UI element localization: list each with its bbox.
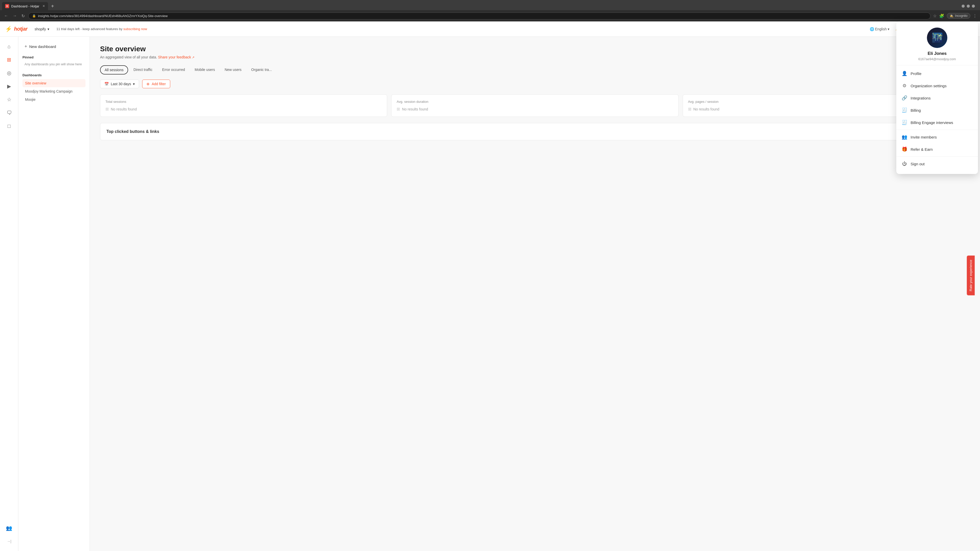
billing-engage-icon: 🧾 xyxy=(901,119,907,125)
tab-mobile-users[interactable]: Mobile users xyxy=(190,65,219,75)
reload-button[interactable]: ↻ xyxy=(21,13,26,19)
hotjar-logo: ⚡ hotjar xyxy=(5,26,27,32)
no-data-icon-3: ⊠ xyxy=(688,106,691,111)
logo-icon: ⚡ xyxy=(5,26,12,32)
stat-card-total-sessions: Total sessions ⊠ No results found xyxy=(100,94,387,117)
page-title: Site overview xyxy=(100,45,970,53)
url-text: insights.hotjar.com/sites/3814994/dashbo… xyxy=(38,14,168,18)
no-data-icon: ⊠ xyxy=(105,106,109,111)
stat-value-avg-duration: No results found xyxy=(402,107,428,111)
invite-icon: 👥 xyxy=(901,134,907,140)
language-selector[interactable]: 🌐 English ▾ xyxy=(868,26,892,32)
date-filter[interactable]: 📅 Last 30 days ▾ xyxy=(100,79,139,88)
dropdown-item-integrations[interactable]: 🔗 Integrations xyxy=(896,92,978,104)
forward-button[interactable]: → xyxy=(12,13,18,19)
calendar-icon: 📅 xyxy=(104,82,109,86)
subscribing-link[interactable]: subscribing now xyxy=(123,27,147,31)
new-dashboard-button[interactable]: + New dashboard xyxy=(22,42,86,51)
dashboards-section-title: Dashboards xyxy=(22,73,86,77)
sidebar: ⌂ ⊞ ◎ ▶ ☆ 🗨 □ 👥 →| xyxy=(0,37,18,551)
incognito-badge: 🕵 Incognito xyxy=(947,13,970,19)
filter-icon: ⊕ xyxy=(146,82,150,86)
tab-favicon: H xyxy=(5,4,9,8)
sidebar-item-dashboard[interactable]: ⊞ xyxy=(3,54,15,65)
sidebar-item-users[interactable]: 👥 xyxy=(3,522,15,534)
tab-close-button[interactable]: × xyxy=(43,4,45,8)
stat-label-total-sessions: Total sessions xyxy=(105,100,382,103)
profile-icon: 👤 xyxy=(901,70,907,76)
billing-icon: 🧾 xyxy=(901,107,907,113)
session-tabs: All sessions Direct traffic Error occurr… xyxy=(100,65,970,75)
window-maximize-button[interactable] xyxy=(967,5,970,8)
user-avatar-large: 🌃 xyxy=(927,27,947,48)
globe-icon: 🌐 xyxy=(870,27,874,31)
tab-error-occurred[interactable]: Error occurred xyxy=(158,65,189,75)
tab-direct-traffic[interactable]: Direct traffic xyxy=(129,65,157,75)
dropdown-item-billing[interactable]: 🧾 Billing xyxy=(896,104,978,116)
bookmark-icon[interactable]: ☆ xyxy=(933,14,937,18)
pinned-empty-message: Any dashboards you pin will show here xyxy=(22,61,86,67)
external-link-icon: ↗ xyxy=(192,56,194,59)
dropdown-header: 🌃 Eli Jones 6167ae94@moodjoy.com xyxy=(896,21,978,65)
dropdown-item-invite[interactable]: 👥 Invite members xyxy=(896,131,978,143)
site-selector[interactable]: shopify ▾ xyxy=(33,26,51,32)
extension-icon[interactable]: 🧩 xyxy=(939,14,944,18)
sidebar-item-heatmaps[interactable]: ◎ xyxy=(3,67,15,79)
sidebar-item-home[interactable]: ⌂ xyxy=(3,41,15,52)
address-bar[interactable]: 🔒 insights.hotjar.com/sites/3814994/dash… xyxy=(28,13,931,19)
sidebar-item-integrations[interactable]: □ xyxy=(3,121,15,132)
tab-organic-traffic[interactable]: Organic tra... xyxy=(247,65,276,75)
new-tab-button[interactable]: + xyxy=(49,2,56,10)
nav-item-moojie[interactable]: Moojie xyxy=(22,95,86,103)
user-dropdown: 🌃 Eli Jones 6167ae94@moodjoy.com 👤 Profi… xyxy=(896,21,978,174)
user-name: Eli Jones xyxy=(928,51,947,56)
refer-icon: 🎁 xyxy=(901,146,907,152)
site-selector-chevron-icon: ▾ xyxy=(48,27,49,31)
sidebar-item-recordings[interactable]: ▶ xyxy=(3,81,15,92)
window-close-button[interactable] xyxy=(972,5,975,8)
org-settings-icon: ⚙ xyxy=(901,83,907,89)
plus-icon: + xyxy=(24,44,27,49)
sidebar-item-surveys[interactable]: ☆ xyxy=(3,94,15,105)
tab-all-sessions[interactable]: All sessions xyxy=(100,65,128,75)
page-subtitle: An aggregated view of all your data. Sha… xyxy=(100,55,970,59)
security-icon: 🔒 xyxy=(32,14,36,17)
dropdown-item-org-settings[interactable]: ⚙ Organization settings xyxy=(896,79,978,92)
stat-value-avg-pages: No results found xyxy=(694,107,719,111)
no-data-icon-2: ⊠ xyxy=(396,106,400,111)
tab-title: Dashboard - Hotjar xyxy=(11,4,39,8)
add-filter-button[interactable]: ⊕ Add filter xyxy=(142,79,170,88)
feedback-link[interactable]: Share your feedback xyxy=(158,55,191,59)
window-minimize-button[interactable] xyxy=(962,5,965,8)
back-button[interactable]: ← xyxy=(3,13,9,19)
sidebar-item-feedback[interactable]: 🗨 xyxy=(3,107,15,118)
dropdown-item-billing-engage[interactable]: 🧾 Billing Engage interviews xyxy=(896,116,978,129)
dropdown-item-refer[interactable]: 🎁 Refer & Earn xyxy=(896,143,978,156)
stat-value-total-sessions: No results found xyxy=(111,107,137,111)
top-nav: ⚡ hotjar shopify ▾ 11 trial days left - … xyxy=(0,21,980,37)
trial-banner: 11 trial days left - keep advanced featu… xyxy=(56,27,147,31)
top-clicked-card: Top clicked buttons & links xyxy=(100,123,970,140)
dropdown-item-signout[interactable]: ⏻ Sign out xyxy=(896,158,978,170)
incognito-icon: 🕵 xyxy=(950,14,953,17)
date-chevron-icon: ▾ xyxy=(133,82,135,86)
left-panel: + New dashboard Pinned Any dashboards yo… xyxy=(18,37,90,551)
dropdown-item-profile[interactable]: 👤 Profile xyxy=(896,67,978,79)
tab-new-users[interactable]: New users xyxy=(220,65,246,75)
nav-item-moodjoy[interactable]: Moodjoy Marketing Campaign xyxy=(22,87,86,95)
user-email: 6167ae94@moodjoy.com xyxy=(918,57,956,61)
sidebar-collapse-button[interactable]: →| xyxy=(3,536,15,547)
stat-card-avg-duration: Avg. session duration ⊠ No results found xyxy=(391,94,678,117)
more-options-icon[interactable]: ⋮ xyxy=(973,14,977,18)
signout-icon: ⏻ xyxy=(901,161,907,167)
rate-experience-button[interactable]: Rate your experience xyxy=(967,256,975,295)
main-content: Site overview An aggregated view of all … xyxy=(90,37,980,551)
filters-row: 📅 Last 30 days ▾ ⊕ Add filter xyxy=(100,79,970,88)
pinned-section-title: Pinned xyxy=(22,56,86,59)
card-title-top-clicked: Top clicked buttons & links xyxy=(107,129,963,134)
language-chevron-icon: ▾ xyxy=(888,27,889,31)
dropdown-divider-2 xyxy=(896,156,978,157)
stat-label-avg-duration: Avg. session duration xyxy=(396,100,673,103)
browser-tab[interactable]: H Dashboard - Hotjar × xyxy=(2,2,48,10)
nav-item-site-overview[interactable]: Site overview xyxy=(22,79,86,87)
